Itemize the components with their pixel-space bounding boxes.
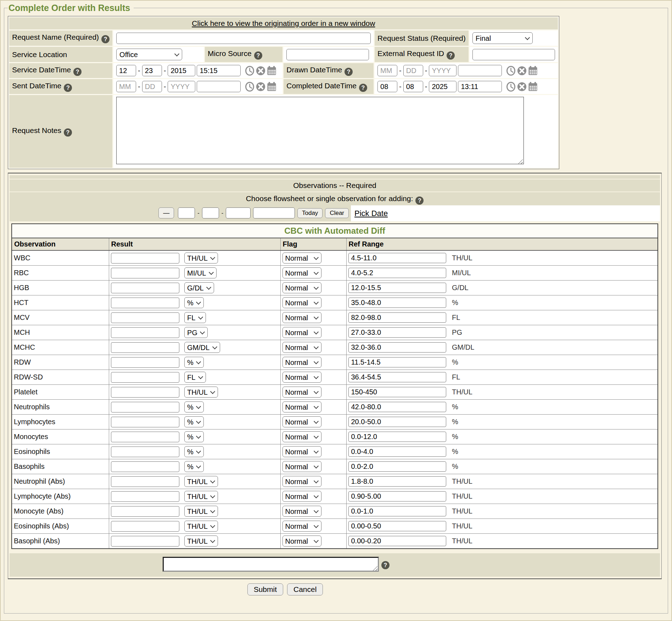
flag-select[interactable]: Normal (282, 461, 321, 472)
submit-button[interactable]: Submit (247, 583, 283, 595)
result-unit-select[interactable]: TH/UL (184, 506, 218, 517)
sent-datetime-yyyy-input[interactable] (168, 81, 195, 92)
result-input[interactable] (111, 521, 179, 532)
result-input[interactable] (111, 298, 179, 308)
external-request-id-input[interactable] (472, 49, 555, 60)
result-input[interactable] (111, 432, 179, 442)
help-icon[interactable] (64, 84, 72, 92)
ref-range-input[interactable] (348, 536, 446, 546)
clear-circle-icon[interactable] (517, 66, 527, 76)
help-icon[interactable] (345, 68, 353, 76)
result-input[interactable] (111, 506, 179, 517)
result-input[interactable] (111, 253, 179, 264)
calendar-icon[interactable] (528, 66, 538, 76)
cancel-button[interactable]: Cancel (287, 583, 323, 595)
result-unit-select[interactable]: TH/UL (184, 476, 218, 487)
ref-range-input[interactable] (348, 476, 446, 487)
result-input[interactable] (111, 387, 179, 398)
view-originating-order-link[interactable]: Click here to view the originating order… (192, 19, 375, 27)
flag-select[interactable]: Normal (282, 372, 321, 383)
flag-select[interactable]: Normal (282, 267, 321, 278)
result-input[interactable] (111, 268, 179, 278)
result-input[interactable] (111, 402, 179, 412)
result-unit-select[interactable]: TH/UL (184, 521, 218, 532)
ref-range-input[interactable] (348, 357, 446, 367)
clear-circle-icon[interactable] (256, 66, 265, 76)
clock-icon[interactable] (506, 82, 516, 92)
completed-datetime-dd-input[interactable] (403, 81, 423, 92)
flag-select[interactable]: Normal (282, 476, 321, 487)
ref-range-input[interactable] (348, 342, 446, 353)
ref-range-input[interactable] (348, 432, 446, 442)
ref-range-input[interactable] (348, 447, 446, 457)
result-unit-select[interactable]: G/DL (184, 282, 214, 293)
result-unit-select[interactable]: FL (184, 312, 206, 323)
clock-icon[interactable] (506, 66, 516, 76)
help-icon[interactable] (359, 84, 367, 92)
flag-select[interactable]: Normal (282, 342, 321, 353)
result-input[interactable] (111, 342, 179, 353)
result-input[interactable] (111, 312, 179, 323)
result-unit-select[interactable]: PG (184, 327, 208, 338)
result-unit-select[interactable]: TH/UL (184, 536, 218, 547)
result-input[interactable] (111, 283, 179, 293)
flag-select[interactable]: Normal (282, 312, 321, 323)
picker-mm-input[interactable] (178, 207, 195, 218)
result-unit-select[interactable]: % (184, 431, 204, 442)
result-unit-select[interactable]: TH/UL (184, 253, 218, 264)
flag-select[interactable]: Normal (282, 521, 321, 532)
result-unit-select[interactable]: MI/UL (184, 267, 217, 278)
completed-datetime-mm-input[interactable] (377, 81, 397, 92)
result-unit-select[interactable]: % (184, 461, 204, 472)
flag-select[interactable]: Normal (282, 387, 321, 398)
ref-range-input[interactable] (348, 461, 446, 472)
result-input[interactable] (111, 417, 179, 427)
micro-source-input[interactable] (286, 49, 369, 60)
help-icon[interactable] (73, 68, 82, 76)
service-datetime-mm-input[interactable] (116, 65, 136, 76)
flag-select[interactable]: Normal (282, 253, 321, 264)
help-icon[interactable] (381, 561, 390, 569)
clock-icon[interactable] (245, 82, 254, 92)
sent-datetime-time-input[interactable] (197, 81, 241, 92)
picker-dd-input[interactable] (202, 207, 219, 218)
help-icon[interactable] (64, 128, 72, 137)
ref-range-input[interactable] (348, 298, 446, 308)
request-status-select[interactable]: Final (472, 32, 533, 44)
ref-range-input[interactable] (348, 283, 446, 293)
sent-datetime-mm-input[interactable] (116, 81, 136, 92)
remove-button[interactable]: — (158, 207, 174, 218)
flag-select[interactable]: Normal (282, 401, 321, 412)
picker-time-input[interactable] (253, 207, 295, 218)
flag-select[interactable]: Normal (282, 506, 321, 517)
ref-range-input[interactable] (348, 491, 446, 501)
result-unit-select[interactable]: TH/UL (184, 491, 218, 502)
flag-select[interactable]: Normal (282, 491, 321, 502)
result-unit-select[interactable]: FL (184, 372, 206, 383)
ref-range-input[interactable] (348, 268, 446, 278)
flag-select[interactable]: Normal (282, 297, 321, 308)
clear-button[interactable]: Clear (325, 208, 349, 218)
ref-range-input[interactable] (348, 521, 446, 531)
service-datetime-time-input[interactable] (197, 65, 241, 76)
drawn-datetime-yyyy-input[interactable] (429, 65, 457, 76)
help-icon[interactable] (415, 196, 424, 205)
completed-datetime-time-input[interactable] (458, 81, 502, 92)
calendar-icon[interactable] (267, 66, 276, 76)
help-icon[interactable] (447, 51, 455, 60)
drawn-datetime-time-input[interactable] (458, 65, 502, 76)
service-datetime-dd-input[interactable] (142, 65, 162, 76)
result-input[interactable] (111, 461, 179, 472)
ref-range-input[interactable] (348, 506, 446, 516)
flag-select[interactable]: Normal (282, 446, 321, 457)
ref-range-input[interactable] (348, 417, 446, 427)
ref-range-input[interactable] (348, 327, 446, 338)
result-input[interactable] (111, 536, 179, 547)
sent-datetime-dd-input[interactable] (142, 81, 162, 92)
flag-select[interactable]: Normal (282, 282, 321, 293)
ref-range-input[interactable] (348, 253, 446, 263)
clear-circle-icon[interactable] (517, 82, 527, 92)
ref-range-input[interactable] (348, 312, 446, 323)
result-unit-select[interactable]: TH/UL (184, 387, 218, 398)
result-input[interactable] (111, 372, 179, 383)
